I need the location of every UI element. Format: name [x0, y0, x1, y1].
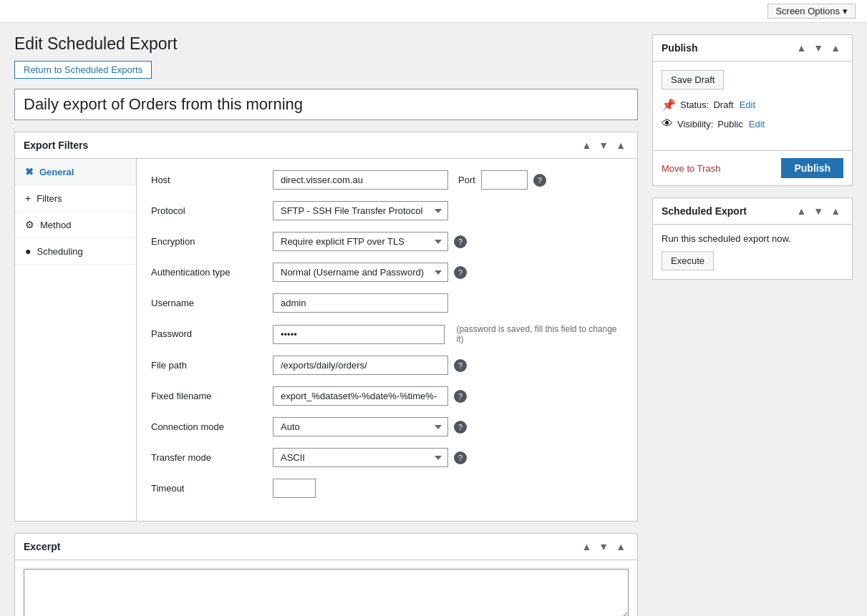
box-down-button[interactable]: ▼	[596, 138, 611, 152]
box-controls: ▲ ▼ ▲	[578, 138, 629, 152]
auth-type-field: Normal (Username and Password) Key-based…	[273, 263, 623, 282]
scheduled-export-title: Scheduled Export	[662, 205, 793, 217]
publish-button[interactable]: Publish	[781, 158, 843, 178]
timeout-input[interactable]	[273, 479, 316, 498]
page-wrap: Edit Scheduled Export Return to Schedule…	[0, 23, 867, 616]
status-edit-link[interactable]: Edit	[740, 99, 755, 110]
protocol-select[interactable]: SFTP - SSH File Transfer Protocol FTP FT…	[273, 201, 448, 220]
execute-button[interactable]: Execute	[662, 251, 714, 270]
timeout-row: Timeout	[151, 479, 623, 498]
connection-mode-field: Auto Active Passive ?	[273, 417, 623, 436]
host-input[interactable]	[273, 170, 448, 190]
file-path-help-icon[interactable]: ?	[454, 359, 467, 372]
excerpt-collapse-button[interactable]: ▲	[613, 539, 629, 554]
password-input[interactable]	[273, 325, 445, 344]
fixed-filename-input[interactable]	[273, 386, 448, 406]
publish-body: Save Draft 📌 Status: Draft Edit 👁 Visibi…	[653, 62, 852, 145]
excerpt-down-button[interactable]: ▼	[596, 539, 611, 554]
export-filters-title: Export Filters	[24, 140, 578, 151]
box-up-button[interactable]: ▲	[578, 138, 594, 152]
sched-collapse-button[interactable]: ▲	[828, 204, 843, 218]
chevron-down-icon: ▾	[843, 6, 848, 16]
publish-down-button[interactable]: ▼	[810, 41, 826, 55]
host-label: Host	[151, 170, 273, 185]
visibility-label: Visibility:	[677, 119, 713, 129]
password-field: (password is saved, fill this field to c…	[273, 324, 623, 344]
password-label: Password	[151, 324, 273, 339]
visibility-icon: 👁	[662, 117, 673, 130]
file-path-row: File path ?	[151, 356, 623, 375]
sched-up-button[interactable]: ▲	[793, 204, 809, 218]
excerpt-up-button[interactable]: ▲	[578, 539, 594, 554]
file-path-field: ?	[273, 356, 623, 375]
port-input[interactable]	[481, 170, 528, 190]
export-filters-box: Export Filters ▲ ▼ ▲ ✖ General + Filter	[14, 132, 638, 522]
protocol-row: Protocol SFTP - SSH File Transfer Protoc…	[151, 201, 623, 220]
auth-type-help-icon[interactable]: ?	[454, 266, 467, 279]
scheduled-export-body: Run this scheduled export now. Execute	[653, 225, 852, 279]
connection-mode-help-icon[interactable]: ?	[454, 421, 467, 434]
excerpt-textarea[interactable]	[24, 569, 629, 616]
tab-general[interactable]: ✖ General	[15, 159, 136, 185]
box-collapse-button[interactable]: ▲	[613, 138, 629, 152]
tab-scheduling[interactable]: ● Scheduling	[15, 238, 136, 265]
publish-box-controls: ▲ ▼ ▲	[793, 41, 843, 55]
transfer-mode-select[interactable]: ASCII Binary	[273, 448, 448, 467]
filters-icon: +	[25, 192, 31, 204]
status-row: 📌 Status: Draft Edit	[662, 98, 843, 112]
tab-method-label: Method	[40, 220, 71, 230]
form-area: Host Port ? Protocol SFTP	[137, 159, 637, 521]
file-path-label: File path	[151, 356, 273, 371]
scheduled-export-box: Scheduled Export ▲ ▼ ▲ Run this schedule…	[652, 197, 853, 280]
password-note: (password is saved, fill this field to c…	[456, 324, 623, 344]
general-icon: ✖	[25, 166, 34, 177]
export-title-input[interactable]	[14, 89, 638, 120]
encryption-select[interactable]: Require explicit FTP over TLS None SSL/T…	[273, 232, 448, 251]
fixed-filename-field: ?	[273, 386, 623, 406]
fixed-filename-label: Fixed filename	[151, 386, 273, 401]
publish-up-button[interactable]: ▲	[793, 41, 809, 55]
host-help-icon[interactable]: ?	[533, 174, 546, 187]
sched-down-button[interactable]: ▼	[810, 204, 826, 218]
file-path-input[interactable]	[273, 356, 448, 375]
status-icon: 📌	[662, 98, 676, 112]
excerpt-body	[15, 560, 637, 616]
tab-filters[interactable]: + Filters	[15, 185, 136, 212]
scheduled-export-controls: ▲ ▼ ▲	[793, 204, 843, 218]
transfer-mode-help-icon[interactable]: ?	[454, 451, 467, 464]
encryption-help-icon[interactable]: ?	[454, 235, 467, 248]
excerpt-header: Excerpt ▲ ▼ ▲	[15, 534, 637, 560]
save-draft-button[interactable]: Save Draft	[662, 70, 724, 89]
publish-collapse-button[interactable]: ▲	[828, 41, 843, 55]
connection-mode-row: Connection mode Auto Active Passive ?	[151, 417, 623, 436]
auth-type-select[interactable]: Normal (Username and Password) Key-based	[273, 263, 448, 282]
fixed-filename-row: Fixed filename ?	[151, 386, 623, 406]
transfer-mode-label: Transfer mode	[151, 448, 273, 463]
fixed-filename-help-icon[interactable]: ?	[454, 390, 467, 403]
side-column: Publish ▲ ▼ ▲ Save Draft 📌 Status: Draft…	[652, 34, 853, 616]
encryption-row: Encryption Require explicit FTP over TLS…	[151, 232, 623, 251]
screen-options-button[interactable]: Screen Options ▾	[767, 4, 856, 19]
publish-title: Publish	[662, 42, 793, 54]
protocol-field: SFTP - SSH File Transfer Protocol FTP FT…	[273, 201, 623, 220]
scheduling-icon: ●	[25, 245, 31, 257]
tab-scheduling-label: Scheduling	[37, 246, 82, 257]
screen-options-label: Screen Options	[775, 6, 840, 16]
transfer-mode-row: Transfer mode ASCII Binary ?	[151, 448, 623, 467]
return-to-scheduled-exports-button[interactable]: Return to Scheduled Exports	[14, 61, 152, 79]
protocol-label: Protocol	[151, 201, 273, 216]
publish-footer: Move to Trash Publish	[653, 150, 852, 185]
timeout-field	[273, 479, 623, 498]
tab-method[interactable]: ⚙ Method	[15, 212, 136, 238]
excerpt-title: Excerpt	[24, 541, 578, 552]
username-input[interactable]	[273, 293, 448, 313]
encryption-label: Encryption	[151, 232, 273, 247]
connection-mode-label: Connection mode	[151, 417, 273, 432]
connection-mode-select[interactable]: Auto Active Passive	[273, 417, 448, 436]
export-filters-header: Export Filters ▲ ▼ ▲	[15, 132, 637, 159]
visibility-value: Public	[717, 119, 742, 129]
move-to-trash-link[interactable]: Move to Trash	[662, 163, 720, 174]
visibility-edit-link[interactable]: Edit	[749, 119, 765, 129]
username-row: Username	[151, 293, 623, 313]
auth-type-row: Authentication type Normal (Username and…	[151, 263, 623, 282]
